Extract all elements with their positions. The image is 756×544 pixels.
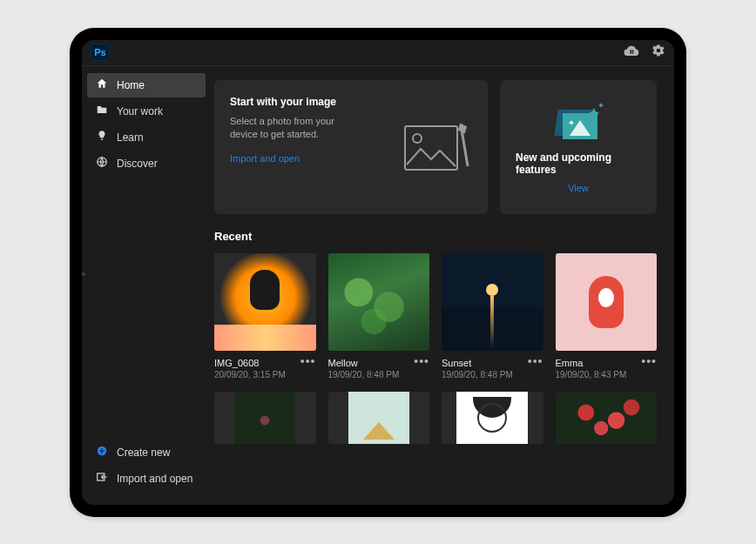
features-illustration-icon (550, 101, 606, 143)
folder-icon (96, 104, 108, 118)
svg-point-6 (413, 134, 422, 143)
recent-tile (556, 392, 658, 444)
import-icon (96, 471, 108, 486)
settings-gear-icon[interactable] (651, 44, 665, 61)
recent-tile: Mellow 19/09/20, 8:48 PM ••• (328, 253, 430, 379)
sidebar-item-label: Import and open (117, 473, 192, 485)
image-placeholder-icon (402, 96, 472, 198)
device-side-indicator (82, 272, 85, 276)
svg-rect-1 (632, 50, 634, 54)
recent-thumbnail[interactable] (556, 253, 658, 351)
sidebar-item-your-work[interactable]: Your work (87, 99, 206, 124)
recent-thumbnail[interactable] (328, 392, 430, 444)
plus-circle-icon (96, 445, 108, 460)
recent-tile: Sunset 19/09/20, 8:48 PM ••• (442, 253, 543, 379)
sidebar-item-label: Home (117, 79, 145, 91)
card-title: New and upcoming features (516, 151, 641, 176)
file-name: Sunset (442, 358, 513, 368)
file-date: 19/09/20, 8:48 PM (442, 370, 513, 379)
globe-icon (96, 156, 108, 171)
file-name: Emma (556, 358, 627, 368)
recent-thumbnail[interactable] (556, 392, 658, 444)
import-and-open-link[interactable]: Import and open (230, 153, 394, 164)
app-badge[interactable]: Ps (91, 44, 110, 61)
more-options-icon[interactable]: ••• (641, 358, 657, 365)
recent-section-title: Recent (214, 230, 657, 243)
recent-thumbnail[interactable] (442, 253, 543, 351)
sidebar-item-label: Learn (117, 131, 144, 144)
recent-tile: IMG_0608 20/09/20, 3:15 PM ••• (214, 253, 316, 379)
home-icon (96, 77, 108, 92)
more-options-icon[interactable]: ••• (300, 358, 316, 365)
create-new-button[interactable]: Create new (87, 440, 206, 465)
start-with-image-card: Start with your image Select a photo fro… (214, 80, 488, 214)
app-screen: Ps Home You (82, 40, 674, 505)
file-date: 20/09/20, 3:15 PM (214, 370, 286, 379)
new-features-card: New and upcoming features View (500, 80, 657, 214)
recent-tile (328, 392, 430, 444)
sidebar: Home Your work Learn Discover (82, 66, 211, 505)
sidebar-item-label: Discover (117, 158, 158, 170)
cloud-sync-icon[interactable] (624, 44, 639, 60)
recent-grid: IMG_0608 20/09/20, 3:15 PM ••• Mellow 19… (214, 253, 657, 444)
file-date: 19/09/20, 8:43 PM (556, 370, 627, 379)
card-subtitle: Select a photo from your device to get s… (230, 115, 361, 142)
sidebar-item-discover[interactable]: Discover (87, 151, 206, 176)
recent-tile: Emma 19/09/20, 8:43 PM ••• (556, 253, 658, 379)
recent-thumbnail[interactable] (214, 392, 316, 444)
svg-rect-0 (631, 50, 632, 54)
recent-thumbnail[interactable] (442, 392, 543, 444)
main-content: Start with your image Select a photo fro… (211, 66, 674, 505)
lightbulb-icon (96, 130, 108, 144)
recent-tile (214, 392, 316, 444)
file-date: 19/09/20, 8:48 PM (328, 370, 400, 379)
sidebar-item-learn[interactable]: Learn (87, 125, 206, 150)
more-options-icon[interactable]: ••• (414, 358, 429, 365)
tablet-device-frame: Ps Home You (70, 28, 686, 517)
more-options-icon[interactable]: ••• (528, 358, 543, 365)
sidebar-item-label: Create new (117, 447, 170, 459)
sidebar-item-label: Your work (117, 105, 163, 118)
file-name: IMG_0608 (214, 358, 286, 368)
view-features-link[interactable]: View (568, 183, 589, 193)
recent-thumbnail[interactable] (214, 253, 316, 351)
sidebar-item-home[interactable]: Home (87, 73, 206, 97)
recent-tile (442, 392, 543, 444)
svg-rect-5 (405, 126, 457, 170)
import-and-open-button[interactable]: Import and open (87, 467, 206, 491)
file-name: Mellow (328, 358, 400, 368)
card-title: Start with your image (230, 96, 394, 108)
recent-thumbnail[interactable] (328, 253, 430, 351)
top-bar: Ps (82, 40, 674, 66)
